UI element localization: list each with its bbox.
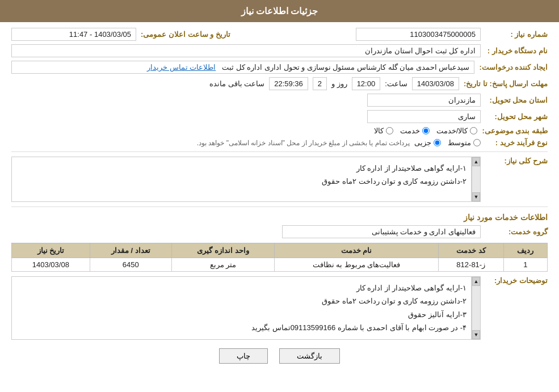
shahr-row: شهر محل تحویل: ساری xyxy=(11,110,548,123)
col-radif: ردیف xyxy=(503,243,547,258)
scroll-down-btn-2[interactable]: ▼ xyxy=(472,330,480,339)
table-header-row: ردیف کد خدمت نام خدمت واحد اندازه گیری ت… xyxy=(12,243,548,258)
tabaqe-kala-label: کالا xyxy=(374,127,384,135)
farayand-motawaset-radio[interactable] xyxy=(473,139,481,146)
mohlat-row: مهلت ارسال پاسخ: تا تاریخ: 1403/03/08 سا… xyxy=(11,77,548,90)
cell-unit: متر مربع xyxy=(171,258,275,272)
cell-radif: 1 xyxy=(503,258,547,272)
tarikh-value: 1403/03/05 - 11:47 xyxy=(11,28,136,41)
cell-tedad: 6450 xyxy=(90,258,171,272)
tawzih-row: توضیحات خریدار: ▲ ▼ ۱-ارایه گواهی صلاحیت… xyxy=(11,276,548,340)
farayand-motawaset[interactable]: متوسط xyxy=(448,138,481,147)
farayand-row: نوع فرآیند خرید : متوسط جزیی پرداخت تمام… xyxy=(11,138,548,147)
shomara-niaz-label: شماره نیاز : xyxy=(485,30,548,39)
farayand-radio-group: متوسط جزیی xyxy=(414,138,481,147)
mohlat-timer: 22:59:36 xyxy=(269,77,308,90)
farayand-jozii[interactable]: جزیی xyxy=(414,138,441,147)
saat-label: ساعت: xyxy=(385,79,407,88)
nam-dastgah-row: نام دستگاه خریدار : اداره کل ثبت احوال ا… xyxy=(11,44,548,57)
sharh-text: ۱-ارایه گواهی صلاحیتدار از اداره کار ۲-د… xyxy=(11,157,472,202)
col-tedad: تعداد / مقدار xyxy=(90,243,171,258)
tawzih-line-4: ۴- در صورت ابهام با آقای احمدی با شماره … xyxy=(16,321,466,334)
shomara-niaz-value: 1103003475000005 xyxy=(356,28,481,41)
ijad-konande-value: سیدعباس احمدی میان گله کارشناس مسئول نوس… xyxy=(11,61,474,74)
nam-dastgah-value: اداره کل ثبت احوال استان مازندران xyxy=(11,44,481,57)
ijad-konande-label: ایجاد کننده درخواست: xyxy=(479,63,548,71)
sharh-container: ▲ ▼ ۱-ارایه گواهی صلاحیتدار از اداره کار… xyxy=(11,157,481,202)
farayand-jozii-label: جزیی xyxy=(414,138,431,147)
col-kod: کد خدمت xyxy=(438,243,503,258)
scroll-up-btn[interactable]: ▲ xyxy=(472,157,480,166)
tawzih-scrollbar[interactable]: ▲ ▼ xyxy=(472,276,481,340)
tabaqe-radio-group: کالا/خدمت خدمت کالا xyxy=(374,127,478,135)
grouh-row: گروه خدمت: فعالیتهای اداری و خدمات پشتیب… xyxy=(11,225,548,238)
sharh-line-1: ۱-ارایه گواهی صلاحیتدار از اداره کار xyxy=(16,162,466,175)
baki-label: ساعت باقی مانده xyxy=(209,79,264,88)
scroll-up-btn-2[interactable]: ▲ xyxy=(472,277,480,286)
col-name: نام خدمت xyxy=(275,243,438,258)
tabaqe-khadamat[interactable]: خدمت xyxy=(400,127,430,135)
mohlat-label: مهلت ارسال پاسخ: تا تاریخ: xyxy=(464,79,548,88)
sharh-scrollbar[interactable]: ▲ ▼ xyxy=(472,157,481,202)
farayand-jozii-radio[interactable] xyxy=(434,139,441,146)
tawzih-line-2: ۲-داشتن رزومه کاری و توان رداخت ۲ماه حقو… xyxy=(16,294,466,307)
chap-button[interactable]: چاپ xyxy=(219,348,268,364)
services-table: ردیف کد خدمت نام خدمت واحد اندازه گیری ت… xyxy=(11,243,548,272)
ostan-label: استان محل تحویل: xyxy=(485,96,548,104)
mohlat-saat: 12:00 xyxy=(352,77,381,90)
ostan-value: مازندران xyxy=(367,94,481,107)
scroll-down-btn[interactable]: ▼ xyxy=(472,192,480,201)
grouh-value: فعالیتهای اداری و خدمات پشتیبانی xyxy=(282,225,481,238)
ostan-row: استان محل تحویل: مازندران xyxy=(11,94,548,107)
farayand-note: پرداخت تمام یا بخشی از مبلغ خریدار از مح… xyxy=(197,139,410,147)
divider-2 xyxy=(11,206,548,207)
farayand-motawaset-label: متوسط xyxy=(448,138,471,147)
tabaqe-label: طبقه بندی موضوعی: xyxy=(482,127,548,135)
ijad-konande-row: ایجاد کننده درخواست: سیدعباس احمدی میان … xyxy=(11,61,548,74)
page-header: جزئیات اطلاعات نیاز xyxy=(0,0,559,22)
cell-name: فعالیت‌های مربوط به نظافت xyxy=(275,258,438,272)
mohlat-roz: 2 xyxy=(313,77,327,90)
table-body: 1 ز-81-812 فعالیت‌های مربوط به نظافت متر… xyxy=(12,258,548,272)
tawzih-line-3: ۳-ارایه آنالیز حقوق xyxy=(16,308,466,321)
tabaqe-row: طبقه بندی موضوعی: کالا/خدمت خدمت کالا xyxy=(11,127,548,135)
farayand-label: نوع فرآیند خرید : xyxy=(485,138,548,147)
tabaqe-kala-khadamat-label: کالا/خدمت xyxy=(436,127,468,135)
grouh-label: گروه خدمت: xyxy=(485,227,548,236)
table-row: 1 ز-81-812 فعالیت‌های مربوط به نظافت متر… xyxy=(12,258,548,272)
mohlat-date: 1403/03/08 xyxy=(412,77,459,90)
tawzih-container: ▲ ▼ ۱-ارایه گواهی صلاحیتدار از اداره کار… xyxy=(11,276,481,340)
tabaqe-kala[interactable]: کالا xyxy=(374,127,393,135)
info-khadamat-title: اطلاعات خدمات مورد نیاز xyxy=(11,213,548,222)
sharh-label: شرح کلی نیاز: xyxy=(485,157,548,165)
contact-link[interactable]: اطلاعات تماس خریدار xyxy=(147,63,216,71)
sharh-row: شرح کلی نیاز: ▲ ▼ ۱-ارایه گواهی صلاحیتدا… xyxy=(11,157,548,202)
page-title: جزئیات اطلاعات نیاز xyxy=(241,6,318,16)
tabaqe-kala-khadamat-radio[interactable] xyxy=(470,127,477,134)
tarikh-label: تاریخ و ساعت اعلان عمومی: xyxy=(141,30,230,39)
shahr-value: ساری xyxy=(367,110,481,123)
cell-kod: ز-81-812 xyxy=(438,258,503,272)
bazgasht-button[interactable]: بازگشت xyxy=(279,348,340,364)
shomara-niaz-row: شماره نیاز : 1103003475000005 تاریخ و سا… xyxy=(11,28,548,41)
sharh-line-2: ۲-داشتن رزومه کاری و توان رداخت ۲ماه حقو… xyxy=(16,175,466,188)
table-header: ردیف کد خدمت نام خدمت واحد اندازه گیری ت… xyxy=(12,243,548,258)
tabaqe-khadamat-radio[interactable] xyxy=(422,127,430,134)
shahr-label: شهر محل تحویل: xyxy=(485,112,548,121)
roz-label: روز و xyxy=(331,79,347,88)
col-tarikh: تاریخ نیاز xyxy=(12,243,90,258)
tabaqe-khadamat-label: خدمت xyxy=(400,127,420,135)
tawzih-line-1: ۱-ارایه گواهی صلاحیتدار از اداره کار xyxy=(16,281,466,294)
tawzih-text: ۱-ارایه گواهی صلاحیتدار از اداره کار ۲-د… xyxy=(11,276,472,340)
nam-dastgah-label: نام دستگاه خریدار : xyxy=(485,47,548,55)
tabaqe-kala-khadamat[interactable]: کالا/خدمت xyxy=(436,127,478,135)
cell-tarikh: 1403/03/08 xyxy=(12,258,90,272)
tawzih-label: توضیحات خریدار: xyxy=(485,276,548,285)
tabaqe-kala-radio[interactable] xyxy=(386,127,393,134)
button-group: بازگشت چاپ xyxy=(11,348,548,364)
col-unit: واحد اندازه گیری xyxy=(171,243,275,258)
divider-1 xyxy=(11,151,548,152)
